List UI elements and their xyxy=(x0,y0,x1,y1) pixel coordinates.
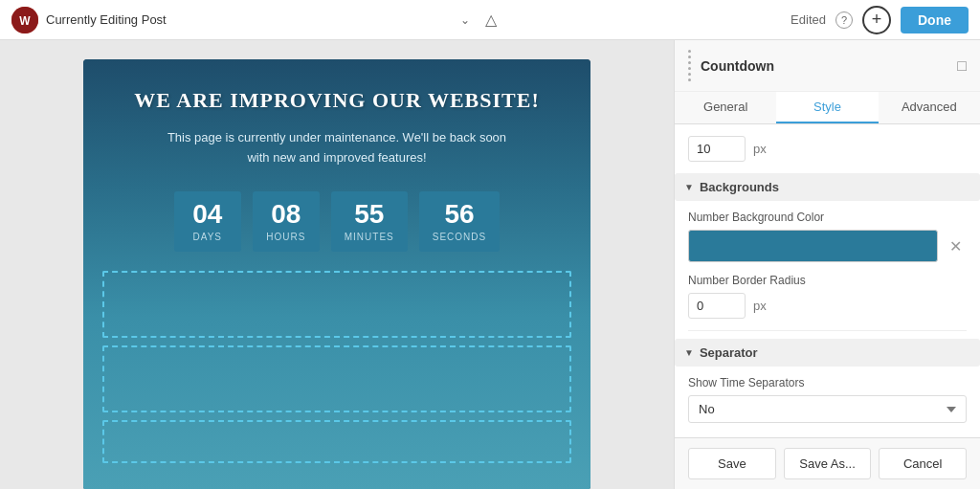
topbar-left: W Currently Editing Post xyxy=(11,7,167,33)
separator-section-title: Separator xyxy=(700,345,758,360)
editing-title: Currently Editing Post xyxy=(46,12,167,27)
days-label: Days xyxy=(188,232,228,242)
border-radius-label: Number Border Radius xyxy=(688,274,967,287)
placeholder-block-1 xyxy=(102,271,571,338)
preview-content: We Are Improving Our Website! This page … xyxy=(83,59,590,489)
color-clear-icon[interactable]: ✕ xyxy=(944,234,967,257)
tab-general[interactable]: General xyxy=(675,92,776,123)
padding-row: px xyxy=(688,136,967,162)
site-logo: W xyxy=(11,7,38,33)
show-separator-label: Show Time Separators xyxy=(688,376,967,389)
save-as-button[interactable]: Save As... xyxy=(784,448,872,479)
save-button[interactable]: Save xyxy=(688,448,776,479)
separator-section-body: Show Time Separators No Yes xyxy=(688,376,967,423)
seconds-label: Seconds xyxy=(433,232,486,242)
placeholder-block-2 xyxy=(102,345,571,412)
page-preview: We Are Improving Our Website! This page … xyxy=(83,59,590,489)
number-bg-color-label: Number Background Color xyxy=(688,211,967,224)
panel-tabs: General Style Advanced xyxy=(675,92,980,124)
panel-header: Countdown □ xyxy=(675,40,980,92)
color-swatch[interactable] xyxy=(688,230,938,262)
color-swatch-row: ✕ xyxy=(688,230,967,262)
divider xyxy=(688,330,967,331)
done-button[interactable]: Done xyxy=(901,7,969,33)
border-radius-unit: px xyxy=(753,299,767,313)
minutes-value: 55 xyxy=(345,201,394,228)
add-icon[interactable]: + xyxy=(862,6,891,34)
days-box: 04 Days xyxy=(174,191,241,252)
backgrounds-section-title: Backgrounds xyxy=(700,180,779,194)
main-content: We Are Improving Our Website! This page … xyxy=(0,40,980,489)
padding-input[interactable] xyxy=(688,136,746,162)
panel-title: Countdown xyxy=(701,58,957,74)
topbar: W Currently Editing Post ⌄ △ Edited ? + … xyxy=(0,0,980,40)
separator-section-header[interactable]: ▼ Separator xyxy=(675,339,980,367)
drag-handle[interactable] xyxy=(688,50,691,81)
tab-style[interactable]: Style xyxy=(776,92,878,123)
minutes-box: 55 Minutes xyxy=(331,191,408,252)
section-chevron-icon: ▼ xyxy=(684,182,694,192)
seconds-value: 56 xyxy=(433,201,486,228)
topbar-center: ⌄ △ xyxy=(460,11,497,29)
minutes-label: Minutes xyxy=(345,232,394,242)
padding-unit: px xyxy=(753,142,767,156)
hours-value: 08 xyxy=(266,201,306,228)
tab-advanced[interactable]: Advanced xyxy=(879,92,980,123)
backgrounds-section-header[interactable]: ▼ Backgrounds xyxy=(675,173,980,201)
chevron-down-icon[interactable]: ⌄ xyxy=(460,13,470,27)
hours-label: Hours xyxy=(266,232,306,242)
bell-icon[interactable]: △ xyxy=(485,11,497,29)
preview-subtitle: This page is currently under maintenance… xyxy=(102,128,571,168)
svg-text:W: W xyxy=(19,14,31,28)
panel-footer: Save Save As... Cancel xyxy=(675,437,980,489)
separator-chevron-icon: ▼ xyxy=(684,347,694,358)
edited-status: Edited xyxy=(791,12,826,27)
topbar-right: Edited ? + Done xyxy=(791,6,969,34)
countdown-container: 04 Days 08 Hours 55 Minutes 56 Seconds xyxy=(102,191,571,252)
separator-select[interactable]: No Yes xyxy=(688,395,967,423)
canvas-area: We Are Improving Our Website! This page … xyxy=(0,40,674,489)
panel-body: px ▼ Backgrounds Number Background Color… xyxy=(675,124,980,437)
border-radius-input[interactable] xyxy=(688,293,746,319)
minimize-icon[interactable]: □ xyxy=(957,58,967,74)
placeholder-block-3 xyxy=(102,420,571,463)
cancel-button[interactable]: Cancel xyxy=(879,448,967,479)
preview-title: We Are Improving Our Website! xyxy=(102,88,571,113)
seconds-box: 56 Seconds xyxy=(419,191,500,252)
help-icon[interactable]: ? xyxy=(835,11,853,29)
border-radius-row: px xyxy=(688,293,967,319)
days-value: 04 xyxy=(188,201,228,228)
side-panel: Countdown □ General Style Advanced px ▼ xyxy=(674,40,980,489)
hours-box: 08 Hours xyxy=(253,191,320,252)
